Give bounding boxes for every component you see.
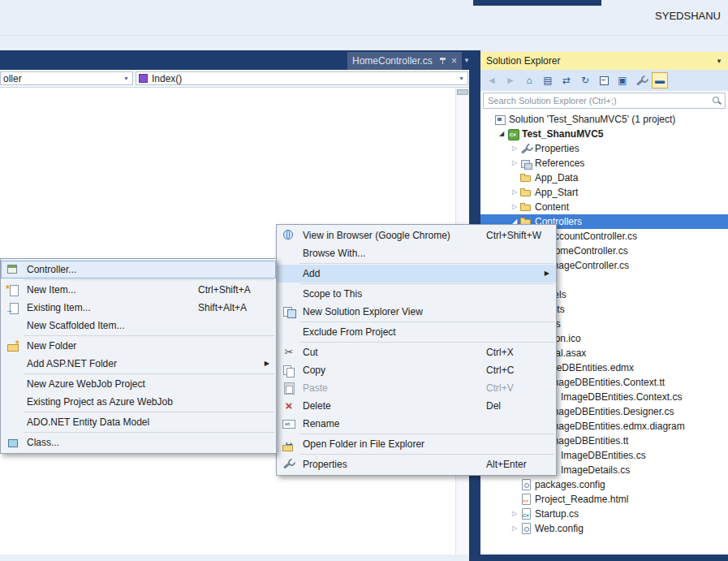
- type-dropdown[interactable]: oller ▼: [0, 71, 133, 85]
- menu-item-copy[interactable]: CopyCtrl+C: [277, 361, 556, 379]
- pin-icon[interactable]: [439, 57, 446, 65]
- menu-item-new-solution-explorer-view[interactable]: New Solution Explorer View: [277, 303, 556, 321]
- menu-item-label: New Azure WebJob Project: [27, 378, 145, 390]
- config-icon: [519, 478, 532, 491]
- forward-button[interactable]: ►: [502, 72, 519, 88]
- solution-search: [480, 91, 728, 112]
- menu-separator: [299, 342, 554, 343]
- references-icon: [519, 157, 532, 170]
- menu-item-view-in-browser-google-chrome[interactable]: View in Browser (Google Chrome)Ctrl+Shif…: [277, 227, 556, 244]
- menu-shortcut: Ctrl+Shift+W: [486, 227, 541, 244]
- tree-item-content[interactable]: ▷Content: [480, 200, 728, 214]
- properties-icon: [635, 74, 648, 87]
- show-all-files-button[interactable]: ▣: [614, 72, 631, 88]
- new-item-icon: [6, 283, 20, 297]
- menu-item-rename[interactable]: Rename: [277, 415, 556, 433]
- chevron-down-icon[interactable]: ▼: [716, 58, 722, 65]
- menu-item-controller[interactable]: Controller...: [1, 261, 276, 278]
- collapse-all-button[interactable]: [596, 72, 612, 88]
- preview-selected-items-button[interactable]: ▬: [652, 72, 668, 88]
- document-list-chevron-icon[interactable]: ▼: [463, 57, 470, 64]
- menu-shortcut: Ctrl+Shift+A: [198, 281, 251, 299]
- tree-item-app-start[interactable]: ▷App_Start: [480, 185, 728, 200]
- cut-icon: ✂: [282, 345, 296, 360]
- tree-item-label: packages.config: [532, 479, 605, 490]
- menu-item-label: Copy: [303, 365, 325, 376]
- menu-item-label: Class...: [27, 437, 59, 448]
- sync-with-active-document-button[interactable]: ⇄: [558, 72, 575, 88]
- menu-item-existing-item[interactable]: Existing Item...Shift+Alt+A: [1, 299, 276, 317]
- expand-arrow-icon[interactable]: ▷: [510, 185, 519, 200]
- menu-separator: [299, 283, 554, 284]
- tree-item-solution-test-shanumvc5-1-project[interactable]: Solution 'Test_ShanuMVC5' (1 project): [480, 112, 728, 127]
- tree-item-web-config[interactable]: ▷Web.config: [480, 521, 728, 536]
- menu-item-ado-net-entity-data-model[interactable]: ADO.NET Entity Data Model: [1, 413, 276, 431]
- solution-explorer-header[interactable]: Solution Explorer ▼: [480, 52, 728, 70]
- menu-item-add[interactable]: Add▶: [277, 265, 556, 283]
- new-view-icon: [282, 304, 296, 319]
- menu-item-class[interactable]: Class...: [1, 434, 276, 451]
- menu-item-scope-to-this[interactable]: Scope to This: [277, 285, 556, 303]
- menu-item-new-azure-webjob-project[interactable]: New Azure WebJob Project: [1, 375, 276, 393]
- refresh-button[interactable]: ↻: [577, 72, 593, 88]
- menu-item-existing-project-as-azure-webjob[interactable]: Existing Project as Azure WebJob: [1, 393, 276, 411]
- menu-item-new-folder[interactable]: New Folder: [1, 337, 276, 355]
- menu-separator: [299, 321, 554, 322]
- menu-item-new-item[interactable]: New Item...Ctrl+Shift+A: [1, 281, 276, 299]
- html-icon: [519, 493, 532, 506]
- menu-item-exclude-from-project[interactable]: Exclude From Project: [277, 323, 556, 341]
- expand-arrow-icon[interactable]: ◢: [497, 127, 506, 141]
- back-button[interactable]: ◄: [484, 72, 500, 88]
- tree-item-test-shanumvc5[interactable]: ◢Test_ShanuMVC5: [480, 127, 728, 141]
- method-icon: [139, 74, 148, 83]
- browser-icon: [282, 228, 296, 243]
- copy-icon: [282, 363, 296, 378]
- paste-icon: [282, 381, 296, 395]
- home-button[interactable]: ⌂: [521, 72, 537, 88]
- tree-item-label: Test_ShanuMVC5: [519, 128, 603, 140]
- expand-arrow-icon[interactable]: ▷: [510, 141, 519, 156]
- menu-shortcut: Alt+Enter: [486, 455, 527, 473]
- existing-item-icon: [6, 300, 20, 315]
- menu-item-label: Open Folder in File Explorer: [303, 438, 424, 450]
- splitter-grip[interactable]: [457, 89, 468, 95]
- submenu-arrow-icon: ▶: [545, 265, 549, 283]
- menu-item-label: Add ASP.NET Folder: [27, 358, 117, 369]
- menu-separator: [299, 434, 554, 434]
- expand-arrow-icon[interactable]: ▷: [510, 156, 519, 170]
- member-dropdown[interactable]: Index() ▼: [136, 71, 468, 85]
- tree-item-properties[interactable]: ▷Properties: [480, 141, 728, 156]
- menu-item-add-asp-net-folder[interactable]: Add ASP.NET Folder▶: [1, 355, 276, 373]
- properties-button[interactable]: [633, 72, 649, 88]
- tree-item-app-data[interactable]: App_Data: [480, 170, 728, 185]
- menu-item-new-scaffolded-item[interactable]: New Scaffolded Item...: [1, 317, 276, 334]
- menu-separator: [24, 412, 274, 412]
- menu-item-cut[interactable]: ✂CutCtrl+X: [277, 343, 556, 361]
- menu-item-browse-with[interactable]: Browse With...: [277, 244, 556, 262]
- controller-icon: [6, 262, 20, 277]
- tree-item-project-readme-html[interactable]: Project_Readme.html: [480, 492, 728, 507]
- menu-item-label: Existing Item...: [27, 302, 91, 313]
- menu-item-properties[interactable]: PropertiesAlt+Enter: [277, 455, 556, 473]
- tree-item-packages-config[interactable]: packages.config: [480, 477, 728, 492]
- close-icon[interactable]: ×: [451, 56, 457, 66]
- expand-arrow-icon[interactable]: ▷: [510, 507, 519, 521]
- switch-views-button[interactable]: ▤: [540, 72, 556, 88]
- open-folder-icon: ↪: [282, 437, 296, 451]
- wrench-icon: [282, 457, 296, 472]
- tree-item-label: Web.config: [532, 523, 584, 534]
- menu-item-delete[interactable]: ×DeleteDel: [277, 397, 556, 415]
- tree-item-references[interactable]: ▷References: [480, 156, 728, 170]
- expand-arrow-icon[interactable]: ▷: [510, 200, 519, 214]
- search-icon: [713, 97, 721, 105]
- expand-arrow-icon[interactable]: ▷: [510, 521, 519, 536]
- menu-separator: [24, 335, 274, 336]
- tree-item-startup-cs[interactable]: ▷Startup.cs: [480, 507, 728, 521]
- tree-item-label: ImageDBEntities.cs: [558, 450, 646, 461]
- menu-item-label: Add: [303, 268, 320, 279]
- menu-item-open-folder-in-file-explorer[interactable]: ↪Open Folder in File Explorer: [277, 435, 556, 453]
- tab-homecontroller[interactable]: HomeController.cs ×: [347, 52, 462, 70]
- config-icon: [519, 522, 532, 535]
- solution-search-input[interactable]: [483, 93, 726, 109]
- window-frame-bottom: [469, 555, 728, 561]
